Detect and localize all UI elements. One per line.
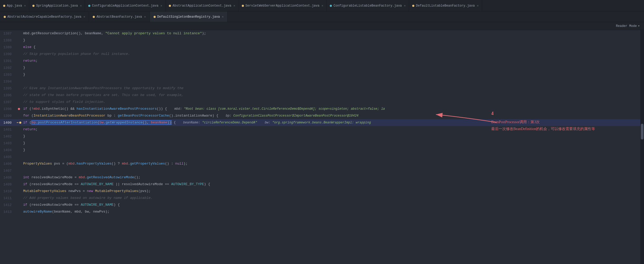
tab-close-conflist[interactable]: ✕ xyxy=(404,4,406,7)
debug-arrow-icon: ➡ xyxy=(17,121,19,125)
table-row: 1406 PropertyValues pvs = (mbd.hasProper… xyxy=(0,160,644,167)
line-number: 1392 xyxy=(0,66,16,70)
code-scroll[interactable]: 1387 mbd.getResourceDescription(), beanN… xyxy=(0,30,644,264)
tab-dot-confctx xyxy=(88,5,90,7)
line-content: if (resolvedAutowireMode == AUTOWIRE_BY_… xyxy=(22,181,644,188)
scrollbar[interactable] xyxy=(640,30,644,264)
table-row: 1407 xyxy=(0,167,644,174)
table-row: 1400 ➡ if (bp.postProcessAfterInstantiat… xyxy=(0,119,644,126)
table-row: 1394 xyxy=(0,78,644,85)
table-row: 1392 } xyxy=(0,64,644,71)
line-number: 1405 xyxy=(0,155,16,159)
line-number: 1409 xyxy=(0,183,16,186)
line-content: // Add property values based on autowire… xyxy=(22,195,644,201)
reader-mode-bar: Reader Mode ▾ xyxy=(0,22,644,30)
table-row: 1405 xyxy=(0,153,644,160)
table-row: 1411 // Add property values based on aut… xyxy=(0,195,644,201)
table-row: 1398 if (!mbd.isSynthetic() && hasInstan… xyxy=(0,105,644,112)
tab-close-absctx[interactable]: ✕ xyxy=(233,4,235,7)
line-content: } xyxy=(22,140,644,147)
table-row: 1408 int resolvedAutowireMode = mbd.getR… xyxy=(0,174,644,181)
line-content: } xyxy=(22,133,644,140)
scrollbar-thumb[interactable] xyxy=(641,124,643,140)
tab-label-spring: SpringApplication.java xyxy=(36,4,78,8)
tab-dot-servlet xyxy=(242,5,244,7)
line-content: } xyxy=(22,64,644,71)
debug-marker xyxy=(19,122,21,124)
tab-dot-defsin xyxy=(154,16,156,18)
reader-mode-label: Reader Mode xyxy=(616,24,637,28)
tab-close-confctx[interactable]: ✕ xyxy=(160,4,162,7)
code-lines: 1387 mbd.getResourceDescription(), beanN… xyxy=(0,30,644,215)
tab-dot-deflist xyxy=(412,5,414,7)
line-content-1400: if (bp.postProcessAfterInstantiation(bw.… xyxy=(22,119,644,126)
code-area: 1387 mbd.getResourceDescription(), beanN… xyxy=(0,30,644,264)
tab-label-conflist: ConfigurableListableBeanFactory.java xyxy=(333,4,402,8)
line-content: return; xyxy=(22,126,644,133)
line-content: } xyxy=(22,71,644,78)
tab-configurableappctx[interactable]: ConfigurableApplicationContext.java ✕ xyxy=(85,0,166,12)
line-number: 1396 xyxy=(0,93,16,97)
tab-bar-second: AbstractAutowireCapableBeanFactory.java … xyxy=(0,12,644,22)
tab-close-absbean[interactable]: ✕ xyxy=(144,15,146,18)
line-number: 1412 xyxy=(0,203,16,207)
tab-label-defsin: DefaultSingletonBeanRegistry.java xyxy=(157,15,220,19)
tab-dot-spring xyxy=(32,5,35,7)
tab-close-absauto[interactable]: ✕ xyxy=(83,15,85,18)
tab-label-absctx: AbstractApplicationContext.java xyxy=(173,4,231,8)
tab-abstractappctx[interactable]: AbstractApplicationContext.java ✕ xyxy=(166,0,239,12)
tab-close-defsin[interactable]: ✕ xyxy=(222,15,224,18)
tab-close-servlet[interactable]: ✕ xyxy=(322,4,323,7)
line-content: mbd.getResourceDescription(), beanName, … xyxy=(22,30,644,37)
tab-springapplication[interactable]: SpringApplication.java ✕ xyxy=(29,0,85,12)
reader-mode-chevron: ▾ xyxy=(638,24,640,28)
reader-mode-button[interactable]: Reader Mode ▾ xyxy=(616,24,640,28)
debug-info-1398: mbd: "Root bean: class [com.koral.vister… xyxy=(174,107,385,111)
table-row: 1403 } xyxy=(0,140,644,147)
table-row: 1391 return; xyxy=(0,57,644,64)
line-number: 1390 xyxy=(0,52,16,56)
table-row: 1396 // state of the bean before propert… xyxy=(0,92,644,99)
table-row: 1413 autowireByName(beanName, mbd, bw, n… xyxy=(0,208,644,215)
line-content: else { xyxy=(22,44,644,51)
line-number: 1401 xyxy=(0,128,16,132)
table-row: 1390 // Skip property population phase f… xyxy=(0,51,644,57)
line-number: 1410 xyxy=(0,189,16,193)
line-content: // to support styles of field injection. xyxy=(22,99,644,105)
line-number: 1395 xyxy=(0,87,16,90)
tab-abstractbean[interactable]: AbstractBeanFactory.java ✕ xyxy=(89,12,150,22)
tab-dot-conflist xyxy=(330,5,332,7)
tab-abstractautowire[interactable]: AbstractAutowireCapableBeanFactory.java … xyxy=(0,12,89,22)
table-row: 1395 // Give any InstantiationAwareBeanP… xyxy=(0,85,644,92)
tab-close-deflist[interactable]: ✕ xyxy=(477,4,479,7)
tab-close-app[interactable]: ✕ xyxy=(24,4,26,7)
line-content: if (!mbd.isSynthetic() && hasInstantiati… xyxy=(22,105,644,112)
line-number: 1387 xyxy=(0,32,16,36)
breakpoint-icon xyxy=(18,108,20,110)
debug-info-1399: bp: ConfigurationClassPostProcessor$Impo… xyxy=(226,114,358,118)
tab-close-spring[interactable]: ✕ xyxy=(80,4,82,7)
line-content: MutablePropertyValues newPvs = new Mutab… xyxy=(22,188,644,195)
tab-dot-absauto xyxy=(4,16,6,18)
line-content: // Give any InstantiationAwareBeanPostPr… xyxy=(22,85,644,92)
line-content: // Skip property population phase for nu… xyxy=(22,51,644,57)
tab-app-java[interactable]: App.java ✕ xyxy=(0,0,29,12)
tab-defaultsingleton[interactable]: DefaultSingletonBeanRegistry.java ✕ xyxy=(150,12,228,22)
line-content: for (InstantiationAwareBeanPostProcessor… xyxy=(22,112,644,119)
line-number: 1404 xyxy=(0,148,16,152)
tab-configurablelistable[interactable]: ConfigurableListableBeanFactory.java ✕ xyxy=(327,0,409,12)
tab-label-deflist: DefaultListableBeanFactory.java xyxy=(416,4,475,8)
tab-defaultlistable[interactable]: DefaultListableBeanFactory.java ✕ xyxy=(409,0,482,12)
line-content: PropertyValues pvs = (mbd.hasPropertyVal… xyxy=(22,160,644,167)
tab-label-app: App.java xyxy=(7,4,22,8)
tab-dot-absctx xyxy=(169,5,171,7)
tab-label-absauto: AbstractAutowireCapableBeanFactory.java xyxy=(7,15,81,19)
tab-label-absbean: AbstractBeanFactory.java xyxy=(96,15,142,19)
line-number: 1403 xyxy=(0,141,16,145)
tab-bar-top: App.java ✕ SpringApplication.java ✕ Conf… xyxy=(0,0,644,12)
line-number: 1411 xyxy=(0,196,16,200)
line-content: // state of the bean before properties a… xyxy=(22,92,644,99)
tab-servletwebserver[interactable]: ServletWebServerApplicationContext.java … xyxy=(239,0,327,12)
table-row: 1397 // to support styles of field injec… xyxy=(0,99,644,105)
table-row: 1412 if (resolvedAutowireMode == AUTOWIR… xyxy=(0,201,644,208)
